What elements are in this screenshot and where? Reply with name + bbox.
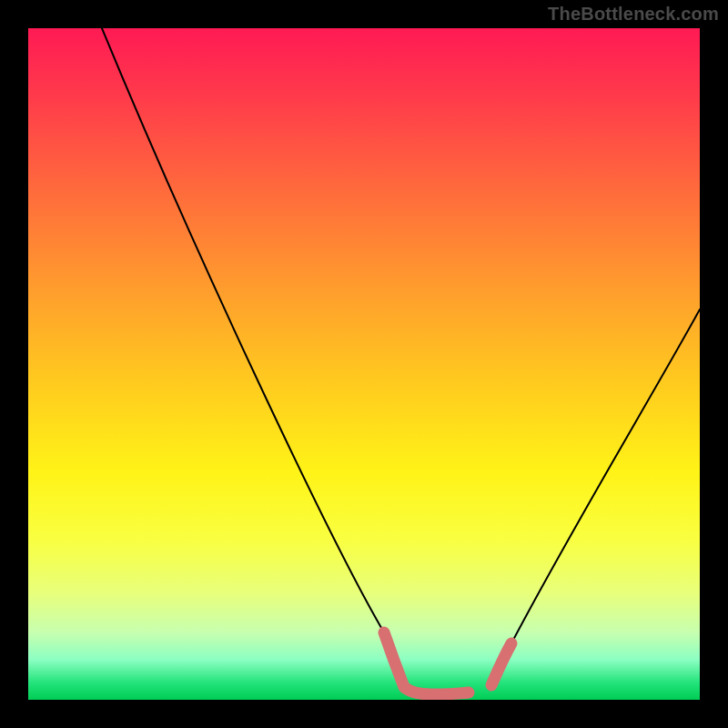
curve-layer <box>28 28 700 700</box>
watermark-text: TheBottleneck.com <box>548 4 719 25</box>
chart-stage: TheBottleneck.com <box>0 0 728 728</box>
bottleneck-curve-left <box>102 28 404 687</box>
plot-area <box>28 28 700 700</box>
optimal-zone-left <box>384 632 469 694</box>
bottleneck-curve-right <box>491 309 700 685</box>
optimal-zone-right <box>491 643 511 685</box>
